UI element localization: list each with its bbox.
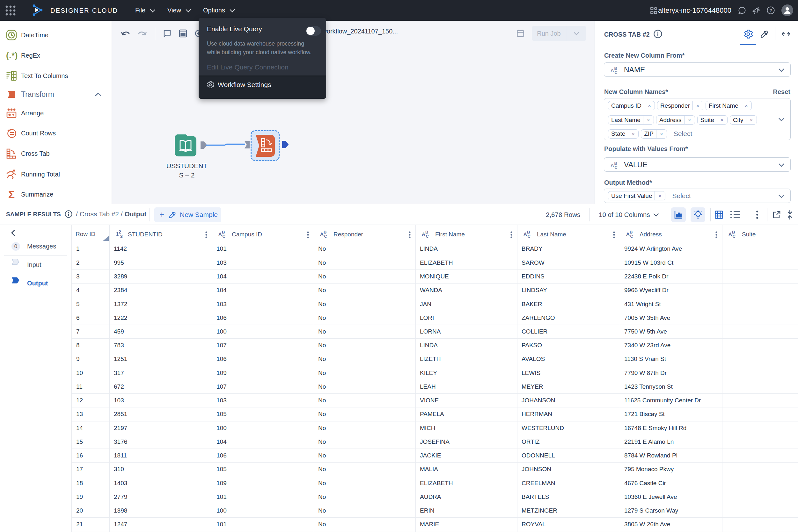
- svg-text:A: A: [626, 231, 630, 237]
- svg-text:A: A: [320, 231, 324, 237]
- svg-text:C: C: [615, 165, 618, 169]
- svg-text:C: C: [426, 234, 429, 239]
- svg-text:A: A: [524, 231, 527, 237]
- svg-text:A: A: [422, 231, 425, 237]
- svg-text:A: A: [218, 231, 222, 237]
- svg-text:A: A: [728, 231, 732, 237]
- svg-text:C: C: [528, 234, 531, 239]
- svg-text:3: 3: [120, 234, 123, 239]
- svg-text:C: C: [324, 234, 327, 239]
- svg-text:A: A: [611, 68, 614, 73]
- svg-text:C: C: [630, 234, 634, 239]
- svg-text:C: C: [733, 234, 736, 239]
- svg-text:?: ?: [769, 8, 772, 13]
- svg-text:A: A: [611, 163, 614, 168]
- svg-text:C: C: [615, 70, 618, 74]
- svg-text:C: C: [222, 234, 226, 239]
